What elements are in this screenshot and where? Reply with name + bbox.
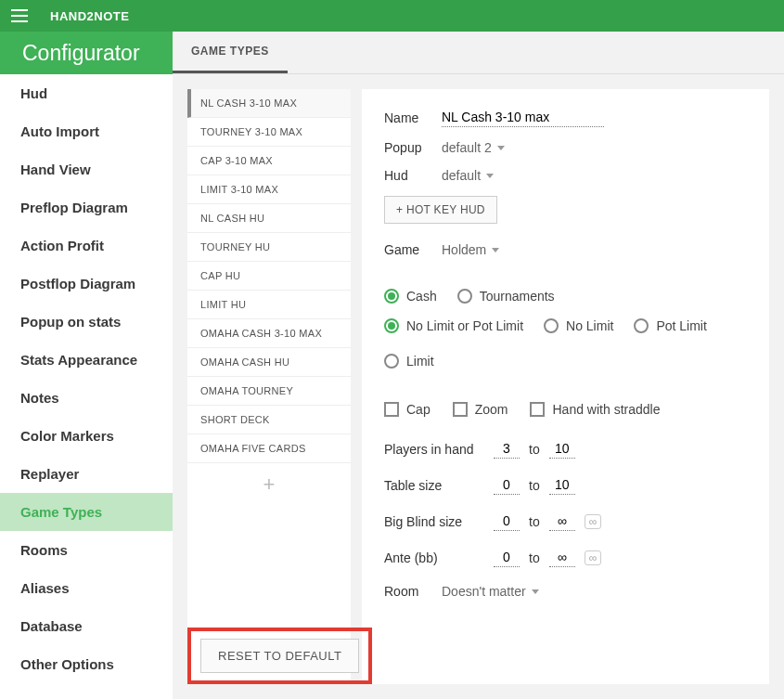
to-word: to: [529, 514, 540, 529]
ante-label: Ante (bb): [384, 550, 484, 565]
checkbox-label: Hand with straddle: [552, 402, 660, 417]
players-to-input[interactable]: [549, 439, 575, 459]
gametype-list-item[interactable]: SHORT DECK: [187, 406, 351, 434]
ante-from-input[interactable]: [494, 548, 520, 567]
radio-option[interactable]: Tournaments: [457, 289, 555, 304]
sidebar-item[interactable]: Rooms: [0, 531, 173, 569]
sidebar-item[interactable]: Database: [0, 607, 173, 645]
radio-option[interactable]: Limit: [384, 354, 434, 369]
table-label: Table size: [384, 478, 484, 493]
radio-option[interactable]: Cash: [384, 289, 437, 304]
game-value: Holdem: [442, 242, 486, 257]
table-to-input[interactable]: [549, 475, 575, 495]
popup-label: Popup: [384, 140, 431, 155]
gametype-list-item[interactable]: OMAHA TOURNEY: [187, 377, 351, 406]
gametype-list-item[interactable]: LIMIT HU: [187, 291, 351, 319]
game-label: Game: [384, 242, 431, 257]
sidebar-item[interactable]: Other Options: [0, 645, 173, 683]
checkbox-label: Zoom: [475, 402, 508, 417]
sidebar-item[interactable]: Postflop Diagram: [0, 265, 173, 303]
checkbox-icon: [384, 402, 399, 417]
ante-to-input[interactable]: [549, 548, 575, 567]
table-from-input[interactable]: [494, 475, 520, 495]
radio-icon: [384, 318, 399, 333]
radio-label: Tournaments: [480, 289, 555, 304]
radio-option[interactable]: No Limit or Pot Limit: [384, 318, 523, 333]
gametype-list-item[interactable]: CAP 3-10 MAX: [187, 147, 351, 175]
radio-label: No Limit or Pot Limit: [406, 318, 523, 333]
sidebar-item[interactable]: Preflop Diagram: [0, 188, 173, 227]
limit-radio-group: No Limit or Pot LimitNo LimitPot LimitLi…: [384, 318, 747, 369]
chevron-down-icon: [486, 174, 494, 178]
mode-radio-group: CashTournaments: [384, 289, 747, 304]
sidebar-item[interactable]: Hand View: [0, 150, 173, 188]
sidebar-item[interactable]: Replayer: [0, 455, 173, 493]
gametype-list-item[interactable]: TOURNEY 3-10 MAX: [187, 118, 351, 147]
infinity-icon[interactable]: ∞: [585, 550, 602, 565]
checkbox-icon: [453, 402, 468, 417]
checkbox-option[interactable]: Zoom: [453, 402, 508, 417]
flag-checkbox-group: CapZoomHand with straddle: [384, 402, 747, 417]
hud-dropdown[interactable]: default: [442, 168, 494, 183]
to-word: to: [529, 478, 540, 493]
radio-label: No Limit: [566, 318, 613, 333]
radio-option[interactable]: Pot Limit: [634, 318, 706, 333]
reset-to-default-button[interactable]: RESET TO DEFAULT: [200, 639, 359, 673]
header: Configurator GAME TYPES: [0, 32, 784, 74]
menu-icon[interactable]: [11, 9, 28, 22]
players-label: Players in hand: [384, 442, 484, 457]
name-input[interactable]: [442, 108, 604, 127]
tab-game-types[interactable]: GAME TYPES: [173, 32, 288, 73]
sidebar-item[interactable]: Auto Import: [0, 112, 173, 150]
sidebar-item[interactable]: Hud: [0, 74, 173, 112]
sidebar-item[interactable]: Aliases: [0, 569, 173, 607]
gametype-list-item[interactable]: CAP HU: [187, 262, 351, 291]
popup-dropdown[interactable]: default 2: [442, 140, 505, 155]
header-title: Configurator: [0, 41, 173, 66]
app-title: HAND2NOTE: [50, 9, 129, 23]
radio-label: Limit: [406, 354, 434, 369]
gametype-list-item[interactable]: OMAHA FIVE CARDS: [187, 434, 351, 463]
bb-to-input[interactable]: [549, 511, 575, 531]
sidebar-item[interactable]: Popup on stats: [0, 303, 173, 341]
reset-highlight: RESET TO DEFAULT: [187, 628, 372, 684]
sidebar-item[interactable]: Action Profit: [0, 227, 173, 265]
gametype-list-item[interactable]: OMAHA CASH 3-10 MAX: [187, 319, 351, 348]
gametype-list: NL CASH 3-10 MAXTOURNEY 3-10 MAXCAP 3-10…: [187, 89, 351, 684]
sidebar-item[interactable]: Stats Appearance: [0, 341, 173, 379]
radio-label: Pot Limit: [656, 318, 706, 333]
checkbox-icon: [530, 402, 545, 417]
radio-icon: [544, 318, 559, 333]
add-gametype-button[interactable]: +: [187, 463, 351, 506]
bb-from-input[interactable]: [494, 511, 520, 531]
to-word: to: [529, 442, 540, 457]
hotkey-hud-button[interactable]: + HOT KEY HUD: [384, 196, 497, 224]
main: HudAuto ImportHand ViewPreflop DiagramAc…: [0, 74, 784, 699]
radio-option[interactable]: No Limit: [544, 318, 613, 333]
radio-icon: [384, 354, 399, 369]
game-dropdown[interactable]: Holdem: [442, 242, 499, 257]
gametype-list-item[interactable]: TOURNEY HU: [187, 233, 351, 262]
sidebar-item[interactable]: Color Markers: [0, 417, 173, 455]
name-label: Name: [384, 110, 431, 125]
gametype-list-item[interactable]: NL CASH 3-10 MAX: [187, 89, 351, 118]
room-dropdown[interactable]: Doesn't matter: [442, 584, 539, 599]
radio-icon: [384, 289, 399, 304]
sidebar-item[interactable]: Game Types: [0, 493, 173, 531]
chevron-down-icon: [532, 589, 539, 594]
popup-value: default 2: [442, 140, 492, 155]
to-word: to: [529, 550, 540, 565]
gametype-list-item[interactable]: NL CASH HU: [187, 204, 351, 233]
infinity-icon[interactable]: ∞: [585, 514, 602, 529]
chevron-down-icon: [497, 146, 505, 150]
checkbox-option[interactable]: Hand with straddle: [530, 402, 660, 417]
checkbox-option[interactable]: Cap: [384, 402, 431, 417]
hud-label: Hud: [384, 168, 431, 183]
bb-label: Big Blind size: [384, 514, 484, 529]
gametype-list-item[interactable]: LIMIT 3-10 MAX: [187, 175, 351, 204]
sidebar-item[interactable]: Notes: [0, 379, 173, 417]
gametype-list-item[interactable]: OMAHA CASH HU: [187, 348, 351, 377]
hud-value: default: [442, 168, 481, 183]
checkbox-label: Cap: [406, 402, 431, 417]
players-from-input[interactable]: [494, 439, 520, 459]
